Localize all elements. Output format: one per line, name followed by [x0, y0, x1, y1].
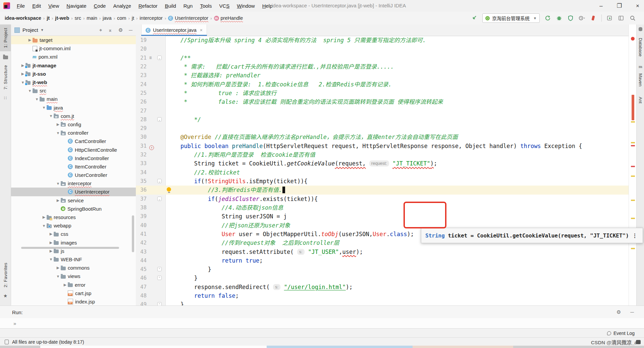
tree-item-service[interactable]: ▶service: [11, 196, 136, 205]
profiler-icon[interactable]: [579, 15, 585, 21]
menu-window[interactable]: Window: [233, 2, 258, 10]
error-tick[interactable]: [631, 145, 635, 146]
tree-item-images[interactable]: ▶images: [11, 238, 136, 247]
tree-item-pom.xml[interactable]: mpom.xml: [11, 53, 136, 61]
tree-item-controller[interactable]: ▼controller: [11, 129, 136, 137]
chevron-right-icon[interactable]: ▶: [62, 283, 68, 287]
tree-item-ItemController[interactable]: CItemController: [11, 162, 136, 171]
folder-icon[interactable]: [0, 55, 11, 59]
tree-item-SpringBootRun[interactable]: SpringBootRun: [11, 205, 136, 213]
run-panel-hide-icon[interactable]: ─: [630, 309, 634, 315]
warning-tick[interactable]: [631, 176, 635, 177]
fold-marker-icon[interactable]: ⌃: [157, 276, 162, 280]
fold-marker-icon[interactable]: ⌄: [157, 117, 162, 122]
minimize-button[interactable]: –: [599, 3, 602, 9]
layout-icon[interactable]: [618, 15, 625, 21]
fold-marker-icon[interactable]: ⌃: [157, 267, 162, 271]
panel-settings-icon[interactable]: ⚙: [118, 27, 123, 33]
fold-marker-icon[interactable]: ⌄: [157, 197, 162, 201]
warning-tick[interactable]: [631, 200, 635, 201]
editor-area[interactable]: C UserInterceptor.java × 19//Spring版本升级 …: [136, 24, 629, 305]
menu-build[interactable]: Build: [161, 2, 179, 10]
breadcrumb-item-java[interactable]: java: [103, 15, 112, 21]
run-panel-settings-icon[interactable]: ⚙: [616, 309, 621, 315]
breadcrumb-item-preHandle[interactable]: mpreHandle: [214, 15, 243, 21]
tree-item-cart.jsp[interactable]: cart.jsp: [11, 289, 136, 297]
breadcrumb-item-UserInterceptor[interactable]: CUserInterceptor: [168, 15, 208, 21]
project-panel-title[interactable]: Project: [22, 27, 38, 33]
tree-item-jt-manage[interactable]: ▶jt-manage: [11, 61, 136, 70]
tool-button-project[interactable]: 1: Project: [0, 24, 11, 51]
scrollbar-thumb[interactable]: [632, 95, 634, 120]
tree-item-index.jsp[interactable]: index.jsp: [11, 297, 136, 305]
menu-code[interactable]: Code: [91, 2, 109, 10]
maven-icon[interactable]: m: [637, 64, 644, 69]
build-arrow-icon[interactable]: [471, 15, 478, 21]
fold-marker-icon[interactable]: ⌄: [157, 56, 162, 60]
hide-panel-icon[interactable]: ─: [129, 27, 132, 33]
fold-marker-icon[interactable]: ⌄: [157, 179, 162, 183]
debug-icon[interactable]: [556, 15, 562, 21]
chevron-right-icon[interactable]: ▶: [55, 122, 61, 127]
warning-tick[interactable]: [631, 121, 635, 123]
structure-dots-icon[interactable]: ∷: [0, 95, 11, 100]
maximize-button[interactable]: ❐: [617, 2, 622, 9]
breadcrumb-item-jt-web[interactable]: jt-web: [55, 15, 69, 21]
tree-item-UserInterceptor[interactable]: CUserInterceptor: [11, 188, 136, 196]
rerun-icon[interactable]: [544, 15, 551, 21]
warning-tick[interactable]: [631, 248, 635, 249]
vertical-scrollbar[interactable]: [132, 215, 134, 252]
event-log-button[interactable]: Event Log: [607, 331, 635, 336]
chevron-down-icon[interactable]: ▼: [41, 106, 47, 110]
tree-item-target[interactable]: ▶target: [11, 36, 136, 44]
tree-item-jt-sso[interactable]: ▶jt-sso: [11, 70, 136, 78]
collapse-all-icon[interactable]: ⌅: [108, 27, 112, 33]
breadcrumb-item-jt[interactable]: jt: [132, 15, 134, 21]
run-config-selector[interactable]: 京淘前台管理系统 ▼: [482, 13, 540, 23]
locate-file-icon[interactable]: ⌖: [99, 27, 102, 33]
menu-navigate[interactable]: Navigate: [63, 2, 90, 10]
tree-item-interceptor[interactable]: ▼interceptor: [11, 179, 136, 188]
run-anything-icon[interactable]: [606, 15, 613, 21]
chevron-down-icon[interactable]: ▼: [27, 89, 33, 93]
breadcrumb-item-main[interactable]: main: [87, 15, 97, 21]
chevron-down-icon[interactable]: ▼: [55, 131, 61, 135]
breadcrumb-item-src[interactable]: src: [75, 15, 81, 21]
tree-item-com.jt[interactable]: ▼com.jt: [11, 112, 136, 120]
breadcrumb-item-interceptor[interactable]: interceptor: [140, 15, 163, 21]
chevron-down-icon[interactable]: ▼: [41, 28, 44, 32]
warning-tick[interactable]: [631, 218, 635, 219]
close-button[interactable]: ×: [636, 3, 639, 9]
tree-item-views[interactable]: ▼views: [11, 272, 136, 280]
tree-item-resources[interactable]: ▶resources: [11, 213, 136, 221]
chevron-down-icon[interactable]: ▼: [55, 274, 61, 278]
tree-item-webapp[interactable]: ▼webapp: [11, 221, 136, 230]
tree-item-IndexController[interactable]: CIndexController: [11, 154, 136, 162]
coverage-icon[interactable]: [567, 15, 574, 21]
search-everywhere-icon[interactable]: [629, 15, 636, 21]
chevron-down-icon[interactable]: ▼: [55, 182, 61, 186]
tree-item-error[interactable]: ▶error: [11, 280, 136, 289]
toolwindow-toggle-icon[interactable]: [5, 340, 9, 344]
tool-button-favorites[interactable]: 2: Favorites: [0, 259, 11, 291]
chevron-right-icon[interactable]: ▶: [48, 249, 54, 253]
tree-item-commons[interactable]: ▶commons: [11, 264, 136, 272]
breadcrumb-item-jt[interactable]: jt: [47, 15, 50, 21]
inspection-error-indicator[interactable]: [631, 37, 635, 41]
menu-edit[interactable]: Edit: [29, 2, 44, 10]
menu-file[interactable]: File: [13, 2, 28, 10]
fold-marker-icon[interactable]: ⌃: [157, 302, 162, 305]
menu-run[interactable]: Run: [180, 2, 196, 10]
horizontal-scrollbar[interactable]: [21, 247, 119, 249]
menu-analyze[interactable]: Analyze: [110, 2, 134, 10]
chevron-right-icon[interactable]: ▶: [41, 215, 47, 219]
editor-tab-userinterceptor[interactable]: C UserInterceptor.java ×: [141, 24, 207, 36]
tool-button-maven[interactable]: Maven: [637, 70, 644, 90]
error-tick[interactable]: [631, 166, 635, 167]
close-icon[interactable]: ×: [200, 27, 203, 33]
chevron-down-icon[interactable]: ▼: [41, 224, 47, 228]
menu-refactor[interactable]: Refactor: [135, 2, 161, 10]
menu-vcs[interactable]: VCS: [216, 2, 233, 10]
tree-item-java[interactable]: ▼java: [11, 103, 136, 112]
intention-bulb-icon[interactable]: [167, 187, 171, 192]
